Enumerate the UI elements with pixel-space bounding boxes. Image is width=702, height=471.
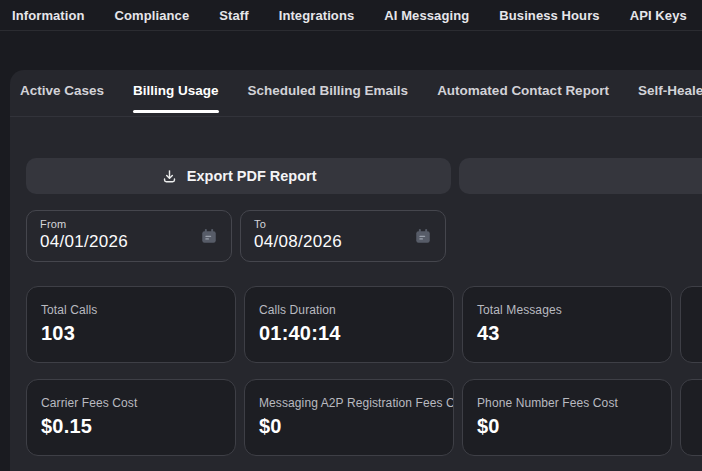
tab-strip: Active Cases Billing Usage Scheduled Bil… [10,70,702,117]
stat-card-total-calls: Total Calls 103 [26,286,236,363]
date-range-filters: From 04/01/2026 To 04/08/2026 [26,210,702,262]
stat-label: Calls Duration [259,303,453,317]
stat-value: 01:40:14 [259,322,453,345]
stat-value: 103 [41,322,235,345]
to-date-field[interactable]: To 04/08/2026 [240,210,446,262]
stat-card-phone-number-fees-cost: Phone Number Fees Cost $0 [462,379,672,456]
from-date-value: 04/01/2026 [40,232,219,252]
nav-item-compliance[interactable]: Compliance [115,8,190,23]
stat-card-calls-duration: Calls Duration 01:40:14 [244,286,454,363]
nav-item-ai-messaging[interactable]: AI Messaging [384,8,469,23]
stat-card-carrier-fees-cost: Carrier Fees Cost $0.15 [26,379,236,456]
top-nav: Information Compliance Staff Integration… [0,0,702,31]
from-date-label: From [40,218,219,230]
panel-content: Export PDF Report From 04/01/2026 [10,158,702,456]
stat-label: Total Calls [41,303,235,317]
nav-item-integrations[interactable]: Integrations [279,8,355,23]
stats-row-1: Total Calls 103 Calls Duration 01:40:14 … [26,286,702,363]
page: Information Compliance Staff Integration… [0,0,702,471]
stat-label: Messaging A2P Registration Fees Cost [259,396,453,410]
nav-item-information[interactable]: Information [12,8,85,23]
active-tab-underline [133,110,219,113]
tab-self-healed[interactable]: Self-Healed [638,83,702,116]
nav-item-staff[interactable]: Staff [219,8,248,23]
tab-billing-usage-label: Billing Usage [133,83,219,98]
export-pdf-label: Export PDF Report [187,168,317,184]
stat-value: $0 [477,415,671,438]
stats-row-2: Carrier Fees Cost $0.15 Messaging A2P Re… [26,379,702,456]
export-pdf-button[interactable]: Export PDF Report [26,158,451,194]
calendar-icon[interactable] [414,227,432,245]
stat-value: 43 [477,322,671,345]
nav-item-business-hours[interactable]: Business Hours [499,8,599,23]
stat-card-a2p-registration-fees-cost: Messaging A2P Registration Fees Cost $0 [244,379,454,456]
toolbar: Export PDF Report [26,158,702,194]
stat-card-partial [680,379,702,456]
stat-value: $0 [259,415,453,438]
secondary-toolbar-button[interactable] [459,158,702,194]
stat-card-partial [680,286,702,363]
billing-panel: Active Cases Billing Usage Scheduled Bil… [10,70,702,471]
tab-automated-contact-report[interactable]: Automated Contact Report [437,83,609,116]
stat-label: Total Messages [477,303,671,317]
stat-label: Carrier Fees Cost [41,396,235,410]
nav-item-api-keys[interactable]: API Keys [630,8,687,23]
to-date-value: 04/08/2026 [254,232,433,252]
from-date-field[interactable]: From 04/01/2026 [26,210,232,262]
stat-card-total-messages: Total Messages 43 [462,286,672,363]
stat-label: Phone Number Fees Cost [477,396,671,410]
calendar-icon[interactable] [200,227,218,245]
tab-scheduled-billing-emails[interactable]: Scheduled Billing Emails [248,83,409,116]
tab-active-cases[interactable]: Active Cases [20,83,104,116]
stat-value: $0.15 [41,415,235,438]
tab-billing-usage[interactable]: Billing Usage [133,83,219,116]
to-date-label: To [254,218,433,230]
download-icon [161,168,178,185]
